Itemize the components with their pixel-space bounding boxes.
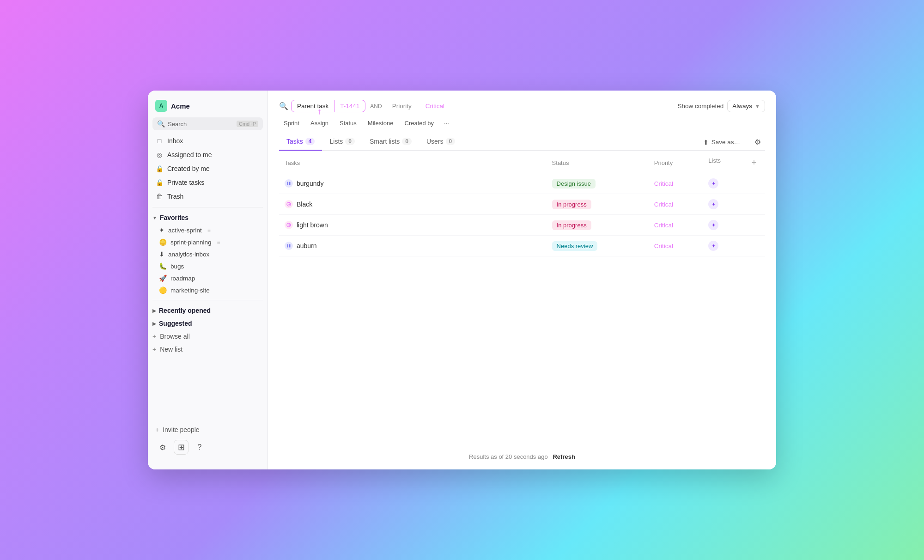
task-status-auburn: Needs review	[547, 236, 649, 256]
recently-opened-section-header[interactable]: ▶ Recently opened	[148, 304, 267, 317]
filter-more-btn[interactable]: ···	[440, 118, 453, 128]
search-icon-main[interactable]: 🔍	[279, 102, 288, 110]
status-badge-burgundy: Design issue	[552, 179, 596, 189]
sidebar-item-trash-label: Trash	[167, 193, 183, 200]
sidebar-item-created[interactable]: 🔒 Created by me	[151, 162, 265, 176]
show-completed-area: Show completed Always ▼	[678, 100, 765, 112]
plus-icon: +	[152, 333, 156, 340]
assigned-icon: ◎	[155, 151, 164, 159]
table-row[interactable]: Black In progress Critical ✦	[279, 194, 765, 215]
sidebar-item-inbox[interactable]: □ Inbox	[151, 134, 265, 148]
sidebar-header: A Acme	[148, 98, 267, 117]
filter-createdby-btn[interactable]: Created by	[400, 118, 439, 128]
search-shortcut: Cmd+P	[237, 121, 258, 127]
tab-smart-lists[interactable]: Smart lists 0	[362, 134, 419, 151]
tab-users[interactable]: Users 0	[419, 134, 462, 151]
save-as-label: Save as…	[711, 139, 740, 146]
table-row[interactable]: light brown In progress Critical ✦	[279, 215, 765, 236]
arrow-down-icon: ⬇	[159, 250, 164, 258]
favorites-item-sprint-planning-label: sprint-planning	[170, 239, 212, 246]
task-table: Tasks Status Priority Lists +	[279, 152, 765, 256]
filter-sprint-btn[interactable]: Sprint	[279, 118, 304, 128]
results-text: Results as of 20 seconds ago	[469, 453, 548, 460]
filter-task-id[interactable]: T-1441	[334, 100, 365, 112]
recently-opened-label: Recently opened	[159, 307, 211, 314]
sidebar-bottom: + Invite people ⚙ ⊞ ?	[148, 420, 267, 462]
sidebar-item-private-label: Private tasks	[167, 179, 204, 186]
col-lists: Lists +	[703, 152, 765, 173]
chevron-down-icon-select: ▼	[755, 103, 760, 109]
task-lists-burgundy: ✦	[703, 173, 765, 194]
svg-rect-4	[287, 244, 289, 248]
add-icon-btn[interactable]: ⊞	[174, 440, 188, 455]
tabs-row: Tasks 4 Lists 0 Smart lists 0 Users 0 ⬆ …	[279, 134, 765, 151]
task-icon-pause-burgundy	[285, 179, 293, 188]
col-tasks: Tasks	[279, 152, 547, 173]
favorites-item-roadmap-label: roadmap	[170, 275, 195, 282]
app-window: A Acme 🔍 Search Cmd+P □ Inbox ◎ Assigned…	[148, 91, 776, 469]
favorites-item-bugs[interactable]: 🐛 bugs	[148, 260, 267, 272]
status-badge-black: In progress	[552, 200, 591, 209]
filter-assign-btn[interactable]: Assign ↑	[306, 118, 333, 128]
filter-settings-button[interactable]: ⚙	[750, 135, 765, 150]
tab-lists[interactable]: Lists 0	[322, 134, 362, 151]
show-completed-select[interactable]: Always ▼	[727, 100, 765, 112]
add-column-btn[interactable]: +	[748, 157, 760, 168]
task-name-light-brown: light brown	[279, 215, 547, 236]
sliders-icon: ⚙	[754, 138, 761, 146]
settings-icon-btn[interactable]: ⚙	[155, 440, 170, 455]
filter-milestone-btn[interactable]: Milestone	[363, 118, 398, 128]
invite-people-item[interactable]: + Invite people	[151, 423, 265, 436]
filter-row: Sprint Assign ↑ Status Milestone Created…	[279, 118, 765, 128]
task-lists-auburn: ✦	[703, 236, 765, 256]
table-row[interactable]: auburn Needs review Critical ✦	[279, 236, 765, 256]
filter-priority-btn[interactable]: Priority	[387, 100, 417, 112]
suggested-label: Suggested	[159, 320, 192, 327]
favorites-item-active-sprint[interactable]: ✦ active-sprint ≡	[148, 224, 267, 236]
favorites-item-sprint-planning[interactable]: 🪙 sprint-planning ≡	[148, 236, 267, 248]
list-icon-burgundy: ✦	[708, 178, 718, 189]
filter-status-btn[interactable]: Status	[335, 118, 361, 128]
filter-and-label: AND	[368, 103, 383, 110]
suggested-section-header[interactable]: ▶ Suggested	[148, 317, 267, 330]
new-list-item[interactable]: + New list	[148, 343, 267, 356]
sidebar-divider-2	[152, 300, 263, 300]
favorites-item-analytics-label: analytics-inbox	[168, 251, 209, 258]
filter-tag-parent[interactable]: Parent task T-1441	[291, 100, 365, 112]
tab-tasks-badge: 4	[305, 138, 315, 145]
refresh-button[interactable]: Refresh	[553, 453, 575, 460]
save-icon: ⬆	[703, 139, 709, 146]
favorites-item-analytics[interactable]: ⬇ analytics-inbox	[148, 248, 267, 260]
svg-rect-5	[289, 244, 291, 248]
task-priority-auburn: Critical	[649, 236, 703, 256]
table-row[interactable]: burgundy Design issue Critical ✦	[279, 173, 765, 194]
sidebar-item-trash[interactable]: 🗑 Trash	[151, 189, 265, 203]
favorites-item-bugs-label: bugs	[170, 263, 184, 270]
favorites-item-active-sprint-label: active-sprint	[168, 227, 202, 234]
tab-tasks[interactable]: Tasks 4	[279, 134, 322, 151]
favorites-item-marketing[interactable]: 🟡 marketing-site	[148, 284, 267, 296]
table-footer: Results as of 20 seconds ago Refresh	[279, 444, 765, 460]
browse-all-item[interactable]: + Browse all	[148, 330, 267, 343]
sidebar-item-created-label: Created by me	[167, 165, 210, 172]
sidebar-item-assigned[interactable]: ◎ Assigned to me	[151, 148, 265, 162]
task-priority-black: Critical	[649, 194, 703, 215]
filter-parent-task-label[interactable]: Parent task	[292, 100, 334, 112]
save-as-button[interactable]: ⬆ Save as…	[698, 136, 746, 149]
filter-critical-btn[interactable]: Critical	[420, 100, 450, 112]
top-bar: 🔍 Parent task T-1441 AND Priority Critic…	[279, 100, 765, 112]
help-icon-btn[interactable]: ?	[192, 440, 207, 455]
task-status-black: In progress	[547, 194, 649, 215]
sidebar-item-private[interactable]: 🔒 Private tasks	[151, 176, 265, 189]
show-completed-value: Always	[732, 103, 752, 110]
svg-rect-0	[287, 182, 289, 185]
favorites-item-roadmap[interactable]: 🚀 roadmap	[148, 272, 267, 284]
priority-burgundy: Critical	[654, 180, 673, 187]
col-status: Status	[547, 152, 649, 173]
task-status-burgundy: Design issue	[547, 173, 649, 194]
favorites-section-header[interactable]: ▼ Favorites	[148, 211, 267, 224]
tab-lists-label: Lists	[329, 138, 343, 145]
task-status-light-brown: In progress	[547, 215, 649, 236]
priority-lightbrown: Critical	[654, 222, 673, 229]
search-bar[interactable]: 🔍 Search Cmd+P	[152, 117, 263, 130]
